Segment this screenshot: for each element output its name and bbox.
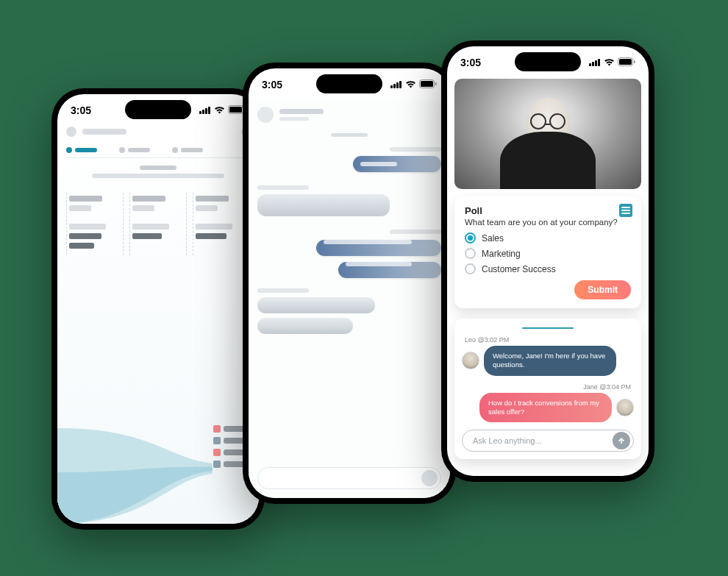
- phone-webinar: 3:05 Poll What team are you on at your c…: [441, 40, 654, 482]
- poll-option-label: Sales: [482, 233, 504, 243]
- phone-analytics: 3:05: [51, 88, 265, 530]
- column-1: [66, 193, 124, 255]
- phone-notch: [125, 100, 191, 119]
- tabs: [66, 143, 250, 158]
- svg-rect-10: [399, 81, 402, 88]
- svg-rect-0: [199, 111, 201, 114]
- radio-icon: [465, 263, 476, 274]
- phone-notch: [316, 74, 382, 93]
- skeleton-title: [82, 129, 126, 135]
- phone-messages: 3:05: [243, 63, 456, 504]
- chat-meta: Leo @3:02 PM: [462, 336, 634, 344]
- poll-option-sales[interactable]: Sales: [465, 232, 631, 243]
- message-input[interactable]: [257, 467, 441, 489]
- status-icons: [390, 79, 437, 90]
- svg-rect-12: [421, 81, 433, 87]
- status-time: 3:05: [262, 79, 282, 90]
- battery-icon: [618, 57, 635, 68]
- tab-1[interactable]: [66, 147, 97, 153]
- svg-rect-17: [598, 59, 600, 66]
- submit-button[interactable]: Submit: [574, 280, 631, 299]
- chat-message-leo: Welcome, Jane! I'm here if you have ques…: [462, 346, 634, 376]
- battery-icon: [419, 79, 437, 90]
- chat-card: Leo @3:02 PM Welcome, Jane! I'm here if …: [454, 319, 641, 459]
- phone-notch: [515, 52, 581, 71]
- svg-rect-13: [435, 82, 437, 85]
- column-2: [129, 193, 187, 255]
- poll-card: Poll What team are you on at your compan…: [454, 196, 641, 308]
- kanban-columns: [66, 193, 250, 255]
- chat-bubble: Welcome, Jane! I'm here if you have ques…: [484, 346, 616, 376]
- message-list[interactable]: [257, 133, 441, 334]
- status-time: 3:05: [460, 57, 481, 68]
- poll-option-customer-success[interactable]: Customer Success: [465, 263, 631, 274]
- svg-rect-2: [205, 108, 207, 114]
- tab-3[interactable]: [172, 147, 203, 153]
- chat-bubble: How do I track conversions from my sales…: [479, 393, 612, 423]
- send-button[interactable]: [613, 432, 630, 449]
- wifi-icon: [214, 104, 225, 116]
- glasses-icon: [530, 113, 565, 132]
- poll-icon: [619, 204, 632, 217]
- avatar: [616, 399, 634, 416]
- chat-bubble-incoming[interactable]: [338, 262, 441, 278]
- status-icons: [199, 104, 246, 116]
- poll-title: Poll: [465, 205, 631, 216]
- chat-bubble-outgoing[interactable]: [257, 194, 390, 216]
- poll-question: What team are you on at your company?: [465, 218, 631, 227]
- svg-rect-14: [589, 63, 591, 66]
- poll-option-label: Customer Success: [482, 264, 556, 274]
- skeleton-subheading: [92, 174, 224, 178]
- svg-rect-8: [393, 84, 396, 88]
- signal-icon: [589, 57, 601, 68]
- ask-input[interactable]: Ask Leo anything...: [462, 430, 634, 452]
- skeleton-avatar: [66, 127, 76, 137]
- chat-header: [257, 101, 441, 133]
- svg-rect-20: [634, 60, 635, 63]
- tab-2[interactable]: [119, 147, 150, 153]
- wifi-icon: [604, 57, 615, 68]
- input-placeholder: Ask Leo anything...: [473, 436, 542, 445]
- radio-icon: [465, 248, 476, 259]
- svg-rect-16: [595, 60, 597, 66]
- status-icons: [589, 57, 635, 68]
- radio-selected-icon: [465, 232, 476, 243]
- svg-rect-9: [396, 82, 399, 88]
- chat-message-jane: How do I track conversions from my sales…: [462, 393, 634, 423]
- wifi-icon: [405, 79, 416, 90]
- legend: [213, 425, 246, 472]
- svg-rect-1: [202, 110, 204, 114]
- avatar: [462, 352, 479, 369]
- signal-icon: [199, 104, 211, 116]
- poll-option-marketing[interactable]: Marketing: [465, 248, 631, 259]
- arrow-up-icon: [617, 436, 626, 445]
- svg-rect-15: [592, 62, 594, 66]
- status-time: 3:05: [71, 104, 91, 116]
- svg-rect-3: [208, 107, 210, 114]
- presenter-video[interactable]: [454, 79, 641, 189]
- three-phone-mockup: 3:05: [0, 0, 728, 576]
- chat-bubble-incoming[interactable]: [316, 240, 441, 256]
- svg-rect-5: [229, 107, 242, 113]
- chat-bubble-incoming[interactable]: [353, 156, 441, 172]
- svg-rect-19: [619, 59, 632, 65]
- chat-meta: Jane @3:04 PM: [462, 383, 634, 391]
- skeleton-heading: [140, 166, 176, 170]
- chat-bubble-outgoing[interactable]: [257, 297, 375, 313]
- svg-rect-7: [390, 85, 393, 88]
- poll-option-label: Marketing: [482, 249, 521, 259]
- chat-bubble-outgoing[interactable]: [257, 318, 353, 334]
- signal-icon: [390, 79, 402, 90]
- column-3: [193, 193, 250, 255]
- section-divider: [522, 327, 574, 329]
- send-button[interactable]: [421, 470, 438, 486]
